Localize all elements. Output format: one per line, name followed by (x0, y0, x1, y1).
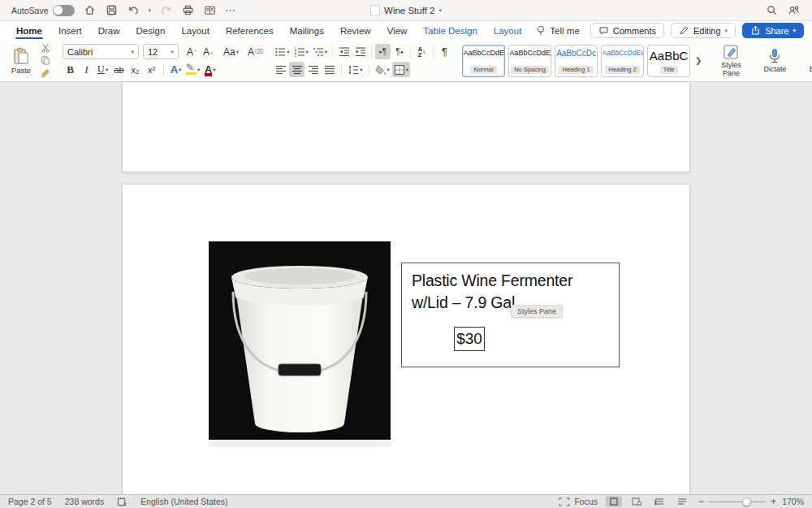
borders-button[interactable]: ▾ (392, 62, 410, 77)
product-title-line1[interactable]: Plastic Wine Fermenter (412, 270, 609, 292)
grow-font-button[interactable]: A⌃ (184, 44, 200, 59)
outline-view-button[interactable] (651, 496, 667, 507)
tab-review[interactable]: Review (332, 21, 379, 40)
shading-button[interactable]: ▾ (374, 62, 391, 77)
style-heading-2[interactable]: AaBbCcDdEe Heading 2 (601, 45, 644, 77)
style-title[interactable]: AaBbC Title (647, 45, 690, 77)
page-indicator[interactable]: Page 2 of 5 (8, 497, 52, 506)
search-icon[interactable] (765, 3, 779, 17)
autosave-toggle[interactable] (53, 5, 75, 16)
page-2[interactable]: Plastic Wine Fermenter w/Lid – 7.9 Gal $… (122, 184, 690, 494)
bold-button[interactable]: B (63, 62, 78, 77)
line-spacing-button[interactable]: ▾ (346, 62, 364, 77)
bullets-button[interactable]: ▾ (273, 44, 291, 59)
document-title-area[interactable]: Wine Stuff 2 ▾ (370, 5, 442, 16)
titlebar-right-controls (765, 3, 801, 17)
cut-icon[interactable] (37, 42, 53, 54)
sort-button[interactable]: AZ↓ (414, 44, 430, 59)
tab-table-layout[interactable]: Layout (486, 21, 530, 40)
tab-layout[interactable]: Layout (173, 21, 218, 40)
undo-button[interactable] (127, 3, 140, 17)
underline-button[interactable]: U▾ (95, 62, 110, 77)
page-1-bottom[interactable] (122, 83, 690, 172)
tab-design[interactable]: Design (128, 21, 174, 40)
document-canvas[interactable]: Plastic Wine Fermenter w/Lid – 7.9 Gal $… (0, 83, 812, 494)
font-color-button[interactable]: A▾ (202, 62, 218, 77)
statusbar-left: Page 2 of 5 238 words English (United St… (8, 497, 228, 506)
decrease-indent-button[interactable] (336, 44, 352, 59)
proofing-status-icon[interactable] (117, 497, 127, 506)
share-button[interactable]: Share ▾ (742, 23, 804, 38)
align-right-button[interactable] (305, 62, 321, 77)
table-cell[interactable]: Plastic Wine Fermenter w/Lid – 7.9 Gal $… (401, 263, 620, 367)
align-center-button[interactable] (289, 62, 304, 77)
align-left-button[interactable] (273, 62, 288, 77)
styles-gallery-more-icon[interactable]: ❯ (693, 56, 703, 65)
font-name-select[interactable]: Calibri ▾ (63, 44, 139, 59)
tell-me-control[interactable]: Tell me (529, 25, 579, 37)
justify-button[interactable] (322, 62, 337, 77)
zoom-percentage[interactable]: 170% (781, 497, 804, 506)
price-box[interactable]: $30 (454, 327, 485, 351)
home-icon[interactable] (83, 3, 97, 17)
draft-view-button[interactable] (674, 496, 690, 507)
lightbulb-icon (536, 25, 546, 37)
editing-mode-button[interactable]: Editing ▾ (671, 23, 736, 38)
tab-table-design[interactable]: Table Design (415, 21, 485, 40)
tab-insert[interactable]: Insert (50, 21, 90, 40)
zoom-slider-thumb[interactable] (742, 497, 751, 506)
numbering-button[interactable]: 123 ▾ (292, 44, 310, 59)
zoom-slider[interactable] (709, 497, 766, 506)
share-label: Share (765, 26, 788, 36)
rtl-paragraph-button[interactable]: ¶◂ (391, 44, 407, 59)
focus-mode-button[interactable]: Focus (559, 497, 598, 506)
superscript-button[interactable]: x² (144, 62, 159, 77)
highlight-color-button[interactable]: ▾ (184, 62, 201, 77)
change-case-button[interactable]: Aa▾ (222, 44, 240, 59)
dictate-button[interactable]: Dictate (757, 42, 793, 79)
tab-references[interactable]: References (218, 21, 282, 40)
tab-home[interactable]: Home (8, 21, 50, 40)
subscript-button[interactable]: x₂ (127, 62, 143, 77)
autosave-control[interactable]: AutoSave (11, 5, 75, 16)
bucket-product-image[interactable] (209, 241, 391, 440)
text-effects-button[interactable]: A▾ (168, 62, 184, 77)
font-size-select[interactable]: 12 ▾ (143, 44, 179, 59)
shrink-font-button[interactable]: A⌄ (201, 44, 216, 59)
comments-button[interactable]: Comments (590, 23, 664, 38)
styles-pane-button[interactable]: Styles Pane (713, 42, 749, 79)
strikethrough-button[interactable]: ab (111, 62, 127, 77)
multilevel-list-button[interactable]: ▾ (311, 44, 329, 59)
book-view-icon[interactable] (203, 3, 217, 17)
zoom-out-button[interactable]: − (698, 496, 704, 507)
paste-button[interactable]: Paste (6, 47, 36, 75)
tab-draw[interactable]: Draw (90, 21, 128, 40)
print-icon[interactable] (181, 3, 195, 17)
style-no-spacing[interactable]: AaBbCcDdEe No Spacing (508, 45, 551, 77)
language-indicator[interactable]: English (United States) (140, 497, 227, 506)
save-icon[interactable] (105, 3, 119, 17)
format-painter-icon[interactable] (37, 67, 53, 79)
word-count[interactable]: 238 words (65, 497, 104, 506)
undo-chevron[interactable]: ▾ (149, 7, 152, 14)
ltr-paragraph-button[interactable]: ▸¶ (375, 44, 391, 59)
people-icon[interactable] (787, 3, 801, 17)
font-row-1: Calibri ▾ 12 ▾ A⌃ A⌄ Aa▾ A⌫ (63, 43, 265, 61)
tab-mailings[interactable]: Mailings (282, 21, 332, 40)
immersive-reader-view-button[interactable] (628, 496, 645, 507)
document-icon (370, 5, 380, 16)
copy-icon[interactable] (37, 54, 53, 66)
style-normal[interactable]: AaBbCcDdEe Normal (462, 45, 505, 77)
clear-formatting-button[interactable]: A⌫ (246, 44, 265, 59)
tab-view[interactable]: View (379, 21, 416, 40)
style-heading-1[interactable]: AaBbCcDc Heading 1 (555, 45, 598, 77)
increase-indent-button[interactable] (352, 44, 368, 59)
show-formatting-marks-button[interactable]: ¶ (437, 44, 452, 59)
more-commands-icon[interactable]: ⋯ (225, 4, 236, 16)
editor-button[interactable]: Editor (801, 42, 812, 79)
print-layout-view-button[interactable] (606, 496, 622, 507)
italic-button[interactable]: I (79, 62, 94, 77)
zoom-in-button[interactable]: + (771, 496, 776, 507)
redo-button[interactable] (159, 3, 173, 17)
style-sample: AaBbCcDdEe (464, 49, 504, 57)
